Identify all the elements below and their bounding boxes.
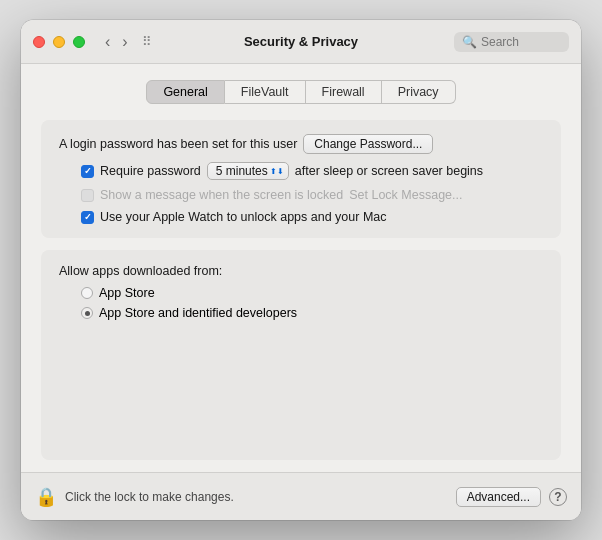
change-password-button[interactable]: Change Password... [303, 134, 433, 154]
tab-filevault[interactable]: FileVault [225, 80, 306, 104]
app-store-identified-radio[interactable] [81, 307, 93, 319]
allow-apps-section: Allow apps downloaded from: App Store Ap… [41, 250, 561, 460]
help-button[interactable]: ? [549, 488, 567, 506]
tab-general[interactable]: General [146, 80, 224, 104]
search-icon: 🔍 [462, 35, 477, 49]
login-password-text: A login password has been set for this u… [59, 137, 297, 151]
traffic-lights [33, 36, 85, 48]
app-store-radio[interactable] [81, 287, 93, 299]
lock-text: Click the lock to make changes. [65, 490, 448, 504]
show-message-row: Show a message when the screen is locked… [59, 188, 543, 202]
require-password-row: Require password 5 minutes ⬆⬇ after slee… [59, 162, 543, 180]
apple-watch-checkbox[interactable] [81, 211, 94, 224]
password-interval-select[interactable]: 5 minutes ⬆⬇ [207, 162, 289, 180]
tab-privacy[interactable]: Privacy [382, 80, 456, 104]
close-button[interactable] [33, 36, 45, 48]
maximize-button[interactable] [73, 36, 85, 48]
after-sleep-label: after sleep or screen saver begins [295, 164, 483, 178]
window: ‹ › ⠿ Security & Privacy 🔍 General FileV… [21, 20, 581, 520]
tab-firewall[interactable]: Firewall [306, 80, 382, 104]
login-password-row: A login password has been set for this u… [59, 134, 543, 154]
interval-value: 5 minutes [216, 164, 268, 178]
apple-watch-row: Use your Apple Watch to unlock apps and … [59, 210, 543, 224]
show-message-label: Show a message when the screen is locked [100, 188, 343, 202]
minimize-button[interactable] [53, 36, 65, 48]
select-arrow-icon: ⬆⬇ [270, 167, 284, 176]
allow-apps-label-row: Allow apps downloaded from: [59, 264, 543, 278]
show-message-checkbox[interactable] [81, 189, 94, 202]
allow-apps-label: Allow apps downloaded from: [59, 264, 222, 278]
app-store-label: App Store [99, 286, 155, 300]
titlebar: ‹ › ⠿ Security & Privacy 🔍 [21, 20, 581, 64]
app-store-identified-radio-row[interactable]: App Store and identified developers [59, 306, 543, 320]
login-section: A login password has been set for this u… [41, 120, 561, 238]
search-box[interactable]: 🔍 [454, 32, 569, 52]
require-password-label: Require password [100, 164, 201, 178]
advanced-button[interactable]: Advanced... [456, 487, 541, 507]
forward-button[interactable]: › [118, 31, 131, 53]
search-input[interactable] [481, 35, 561, 49]
apple-watch-label: Use your Apple Watch to unlock apps and … [100, 210, 387, 224]
set-lock-message-label: Set Lock Message... [349, 188, 462, 202]
tabs: General FileVault Firewall Privacy [41, 80, 561, 104]
content: General FileVault Firewall Privacy A log… [21, 64, 581, 472]
nav-buttons: ‹ › [101, 31, 132, 53]
footer: 🔒 Click the lock to make changes. Advanc… [21, 472, 581, 520]
back-button[interactable]: ‹ [101, 31, 114, 53]
app-store-identified-label: App Store and identified developers [99, 306, 297, 320]
app-store-radio-row[interactable]: App Store [59, 286, 543, 300]
window-title: Security & Privacy [244, 34, 358, 49]
require-password-checkbox[interactable] [81, 165, 94, 178]
grid-icon: ⠿ [142, 34, 152, 49]
lock-icon[interactable]: 🔒 [35, 486, 57, 508]
